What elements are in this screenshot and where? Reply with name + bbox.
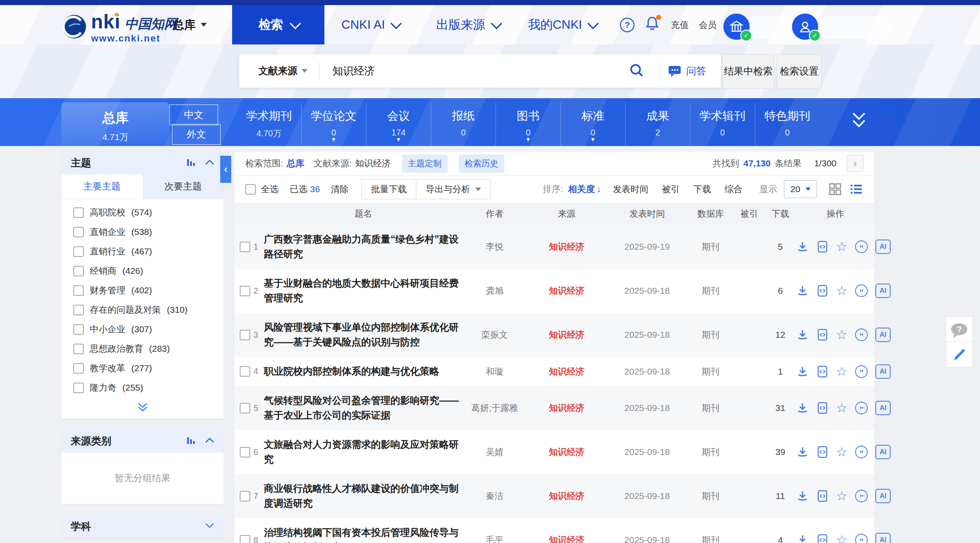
favorite-star-icon[interactable]: ☆ (836, 328, 847, 341)
db-tab[interactable]: 学术辑刊 0 (690, 102, 755, 146)
institution-avatar[interactable]: ✓ (723, 14, 750, 40)
nav-tab-my-cnki[interactable]: 我的CNKI (528, 5, 596, 44)
sort-option[interactable]: 发表时间 (613, 183, 650, 195)
html-read-icon[interactable] (817, 365, 828, 378)
paper-authors[interactable]: 龚旭 (463, 285, 526, 297)
search-icon[interactable] (629, 63, 644, 80)
download-icon[interactable] (796, 490, 809, 502)
ai-assist-icon[interactable]: AI (875, 445, 891, 459)
member-link[interactable]: 会员 (699, 5, 717, 44)
paper-authors[interactable]: 葛妍;于露雅 (463, 402, 526, 414)
paper-authors[interactable]: 和璇 (463, 366, 526, 378)
bar-chart-icon[interactable] (186, 436, 197, 447)
paper-authors[interactable]: 毛平 (463, 534, 526, 543)
topic-filter-item[interactable]: 直销企业 (538) (61, 222, 224, 242)
paper-title-link[interactable]: 商业银行战略性人才梯队建设的价值冲突与制度调适研究 (264, 481, 463, 511)
cite-quote-icon[interactable]: ” (855, 490, 868, 502)
paper-source-link[interactable]: 知识经济 (526, 366, 607, 378)
checkbox[interactable] (73, 324, 84, 335)
favorite-star-icon[interactable]: ☆ (836, 534, 847, 543)
collapse-chevron-up-icon[interactable] (205, 437, 214, 445)
cite-quote-icon[interactable]: ” (855, 240, 868, 253)
ai-assist-icon[interactable]: AI (875, 364, 891, 379)
html-read-icon[interactable] (817, 490, 828, 502)
topic-filter-item[interactable]: 经销商 (426) (61, 261, 224, 281)
ai-assist-icon[interactable]: AI (875, 240, 891, 254)
topic-tab[interactable]: 主要主题 (61, 174, 143, 199)
expand-more-databases-icon[interactable] (849, 109, 869, 132)
cite-quote-icon[interactable]: ” (855, 446, 868, 458)
row-checkbox[interactable] (240, 535, 250, 543)
ai-assist-icon[interactable]: AI (875, 533, 891, 543)
topic-filter-item[interactable]: 财务管理 (402) (61, 281, 224, 300)
db-tab[interactable]: 会议 174 ▼ (366, 102, 431, 146)
paper-authors[interactable]: 吴婧 (463, 446, 526, 458)
paper-source-link[interactable]: 知识经济 (526, 402, 607, 414)
paper-title-link[interactable]: 职业院校内部控制体系的构建与优化策略 (264, 364, 463, 379)
search-in-results-button[interactable]: 结果中检索 (723, 54, 774, 88)
search-scope-selector[interactable]: 文献来源 (258, 64, 307, 77)
library-selector[interactable]: 总库 (173, 5, 207, 44)
paper-title-link[interactable]: 文旅融合对人力资源需求的影响及应对策略研究 (264, 437, 463, 467)
sort-option[interactable]: 综合 (725, 183, 744, 195)
html-read-icon[interactable] (817, 402, 828, 414)
ai-assist-icon[interactable]: AI (875, 401, 891, 415)
checkbox[interactable] (73, 305, 84, 315)
select-all-label[interactable]: 全选 (261, 183, 279, 195)
cite-quote-icon[interactable]: ” (855, 365, 868, 378)
db-tab[interactable]: 成果 2 (625, 102, 690, 146)
cite-quote-icon[interactable]: ” (855, 534, 868, 543)
paper-source-link[interactable]: 知识经济 (526, 446, 607, 458)
search-settings-button[interactable]: 检索设置 (777, 54, 822, 88)
favorite-star-icon[interactable]: ☆ (836, 240, 847, 253)
select-all-checkbox[interactable] (245, 184, 256, 195)
grid-view-icon[interactable] (828, 182, 842, 196)
show-more-topics-icon[interactable] (61, 398, 224, 419)
checkbox[interactable] (73, 246, 84, 257)
paper-authors[interactable]: 秦洁 (463, 490, 526, 502)
download-icon[interactable] (796, 284, 809, 297)
checkbox[interactable] (73, 266, 84, 276)
qa-button[interactable]: 问答 (667, 64, 706, 78)
feedback-help-button[interactable]: ? (946, 317, 973, 342)
row-checkbox[interactable] (240, 242, 250, 252)
checkbox[interactable] (73, 383, 84, 393)
topic-tab[interactable]: 次要主题 (143, 174, 224, 199)
html-read-icon[interactable] (817, 446, 828, 458)
cite-quote-icon[interactable]: ” (855, 328, 868, 341)
db-tab[interactable]: 学术期刊 4.70万 (237, 102, 301, 146)
ai-assist-icon[interactable]: AI (875, 328, 891, 342)
db-tab-total-library[interactable]: 总库 4.71万 (61, 102, 169, 146)
bar-chart-icon[interactable] (186, 157, 197, 168)
favorite-star-icon[interactable]: ☆ (836, 402, 847, 414)
help-icon[interactable]: ? (619, 5, 635, 44)
row-checkbox[interactable] (240, 286, 250, 296)
cnki-logo[interactable]: nki 中国知网 www.cnki.net (61, 12, 177, 43)
download-icon[interactable] (796, 328, 809, 341)
paper-source-link[interactable]: 知识经济 (526, 490, 607, 502)
nav-tab-search[interactable]: 检索 (232, 5, 324, 44)
notifications-bell-icon[interactable] (645, 5, 660, 44)
lang-tab-chinese[interactable]: 中文 (169, 105, 218, 125)
paper-title-link[interactable]: 气候转型风险对公司盈余管理的影响研究——基于农业上市公司的实际证据 (264, 393, 463, 423)
topic-filter-item[interactable]: 隆力奇 (255) (61, 378, 224, 397)
download-icon[interactable] (796, 446, 809, 458)
db-tab[interactable]: 学位论文 0 ▼ (301, 102, 366, 146)
paper-authors[interactable]: 栾振文 (463, 329, 526, 341)
lang-tab-foreign[interactable]: 外文 (172, 124, 221, 145)
next-page-button[interactable]: › (847, 155, 864, 172)
html-read-icon[interactable] (817, 284, 828, 297)
topic-filter-item[interactable]: 存在的问题及对策 (310) (61, 300, 224, 320)
download-icon[interactable] (796, 402, 809, 414)
sort-option[interactable]: 下载 (693, 183, 713, 195)
checkbox[interactable] (73, 227, 84, 237)
paper-source-link[interactable]: 知识经济 (526, 329, 607, 341)
favorite-star-icon[interactable]: ☆ (836, 490, 847, 502)
subject-header[interactable]: 学科 (61, 515, 224, 538)
list-view-icon[interactable] (849, 182, 864, 196)
checkbox[interactable] (73, 363, 84, 374)
row-checkbox[interactable] (240, 366, 250, 377)
nav-tab-publish-source[interactable]: 出版来源 (436, 5, 499, 44)
sidebar-collapse-button[interactable]: ‹ (220, 156, 231, 183)
paper-authors[interactable]: 李悦 (463, 241, 526, 253)
